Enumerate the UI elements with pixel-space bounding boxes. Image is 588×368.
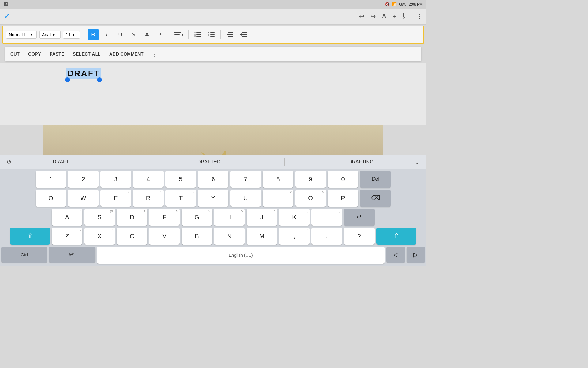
- increase-indent-button[interactable]: [238, 29, 249, 40]
- asdf-row: !A @S #D $F %G &H *J (K )L ↵: [1, 209, 425, 226]
- key-p[interactable]: [P: [328, 190, 358, 207]
- highlight-button[interactable]: [155, 29, 166, 40]
- font-color-button[interactable]: A: [141, 29, 153, 40]
- selected-text-container[interactable]: DRAFT: [66, 68, 101, 79]
- checkmark-button[interactable]: ✓: [4, 12, 10, 21]
- key-r[interactable]: ÷R: [133, 190, 164, 207]
- key-i[interactable]: <I: [263, 190, 293, 207]
- key-9[interactable]: 9: [295, 171, 326, 188]
- strikethrough-button[interactable]: S̶: [128, 29, 139, 40]
- enter-key[interactable]: ↵: [344, 209, 375, 226]
- key-7[interactable]: 7: [230, 171, 261, 188]
- document-area: DRAFT: [0, 63, 426, 125]
- autocomplete-collapse-button[interactable]: ⌄: [408, 155, 426, 169]
- key-q[interactable]: Q: [36, 190, 66, 207]
- key-u[interactable]: U: [230, 190, 261, 207]
- font-size-button[interactable]: A: [382, 13, 386, 20]
- paste-button[interactable]: PASTE: [49, 50, 65, 58]
- svg-point-5: [194, 32, 196, 33]
- spacebar[interactable]: English (US): [97, 247, 385, 264]
- key-b[interactable]: ,B: [182, 228, 212, 245]
- more-options-button[interactable]: ⋮: [416, 13, 423, 21]
- key-1[interactable]: 1: [36, 171, 66, 188]
- key-y[interactable]: Y: [198, 190, 228, 207]
- key-comma[interactable]: !,: [279, 228, 310, 245]
- undo-button[interactable]: ↩: [359, 13, 364, 21]
- selection-handle-right[interactable]: [97, 77, 102, 82]
- comment-button[interactable]: [402, 12, 410, 21]
- key-k[interactable]: (K: [279, 209, 310, 226]
- qwerty-row: Q +W ×E ÷R /T Y U <I >O [P ⌫: [1, 190, 425, 207]
- key-a[interactable]: !A: [52, 209, 82, 226]
- key-e[interactable]: ×E: [100, 190, 131, 207]
- key-l[interactable]: )L: [311, 209, 342, 226]
- key-c[interactable]: 'C: [117, 228, 147, 245]
- autocomplete-icon[interactable]: ↺: [0, 155, 18, 169]
- autocomplete-word-3[interactable]: DRAFTING: [344, 158, 379, 166]
- bullet-list-button[interactable]: [192, 29, 203, 40]
- align-button[interactable]: ▼: [174, 29, 185, 40]
- shift-left-key[interactable]: ⇧: [10, 228, 50, 245]
- dropdown-arrow-icon: ▼: [30, 33, 34, 37]
- key-f[interactable]: $F: [149, 209, 180, 226]
- numbered-list-button[interactable]: 1. 2. 3.: [206, 29, 217, 40]
- key-g[interactable]: %G: [182, 209, 212, 226]
- number-row: 1 2 3 4 5 6 7 8 9 0 Del: [1, 171, 425, 188]
- copy-button[interactable]: COPY: [28, 50, 42, 58]
- key-6[interactable]: 6: [198, 171, 228, 188]
- italic-button[interactable]: I: [101, 29, 112, 40]
- underline-button[interactable]: U: [115, 29, 126, 40]
- context-menu-wrapper: CUT COPY PASTE SELECT ALL ADD COMMENT ⋮: [0, 45, 426, 63]
- decrease-indent-button[interactable]: [224, 29, 236, 40]
- key-period[interactable]: .: [311, 228, 342, 245]
- autocomplete-word-2[interactable]: DRAFTED: [192, 158, 225, 166]
- status-bar: 🖼 🔇 📶 68% 2:08 PM: [0, 0, 426, 9]
- font-dropdown[interactable]: Arial ▼: [39, 31, 61, 39]
- key-s[interactable]: @S: [84, 209, 115, 226]
- font-size-dropdown[interactable]: 11 ▼: [63, 31, 80, 39]
- ctrl-key[interactable]: Ctrl: [1, 247, 47, 263]
- svg-rect-10: [196, 36, 201, 37]
- redo-button[interactable]: ↪: [370, 13, 376, 21]
- cut-button[interactable]: CUT: [10, 50, 20, 58]
- sym-key[interactable]: !#1: [49, 247, 95, 263]
- key-8[interactable]: 8: [263, 171, 293, 188]
- add-comment-button[interactable]: ADD COMMENT: [109, 50, 144, 58]
- svg-text:1.: 1.: [208, 32, 209, 34]
- clock: 2:08 PM: [409, 2, 423, 6]
- key-h[interactable]: &H: [214, 209, 245, 226]
- bold-button[interactable]: B: [88, 29, 99, 40]
- right-arrow-key[interactable]: ▷: [407, 247, 425, 263]
- delete-key[interactable]: Del: [360, 171, 391, 188]
- backspace-key[interactable]: ⌫: [360, 190, 391, 207]
- key-w[interactable]: +W: [68, 190, 99, 207]
- left-arrow-key[interactable]: ◁: [386, 247, 405, 263]
- shift-right-key[interactable]: ⇧: [376, 228, 416, 245]
- key-d[interactable]: #D: [117, 209, 147, 226]
- key-z[interactable]: -Z: [52, 228, 82, 245]
- bottom-row: Ctrl !#1 English (US) ◁ ▷: [1, 247, 425, 264]
- key-n[interactable]: ~N: [214, 228, 245, 245]
- context-more-button[interactable]: ⋮: [152, 50, 158, 58]
- mute-icon: 🔇: [385, 2, 390, 6]
- key-question[interactable]: ?: [344, 228, 375, 245]
- selected-text[interactable]: DRAFT: [66, 68, 101, 79]
- key-x[interactable]: "X: [84, 228, 115, 245]
- svg-rect-1: [158, 36, 163, 36]
- key-m[interactable]: M: [247, 228, 277, 245]
- key-o[interactable]: >O: [295, 190, 326, 207]
- text-style-dropdown[interactable]: Normal t... ▼: [6, 31, 37, 39]
- select-all-button[interactable]: SELECT ALL: [72, 50, 101, 58]
- selection-handle-left[interactable]: [65, 77, 70, 82]
- key-2[interactable]: 2: [68, 171, 99, 188]
- autocomplete-word-1[interactable]: DRAFT: [48, 158, 74, 166]
- key-v[interactable]: V: [149, 228, 180, 245]
- key-5[interactable]: 5: [165, 171, 196, 188]
- add-button[interactable]: +: [392, 13, 396, 21]
- svg-rect-17: [228, 32, 233, 33]
- key-4[interactable]: 4: [133, 171, 164, 188]
- key-0[interactable]: 0: [328, 171, 358, 188]
- key-3[interactable]: 3: [100, 171, 131, 188]
- key-j[interactable]: *J: [247, 209, 277, 226]
- key-t[interactable]: /T: [165, 190, 196, 207]
